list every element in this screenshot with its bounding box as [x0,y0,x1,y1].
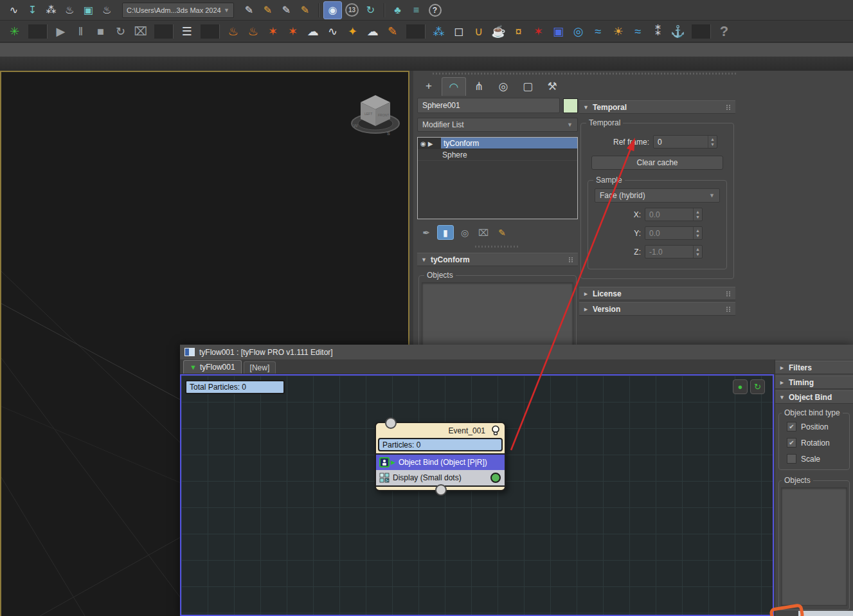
motion-tab[interactable]: ◎ [492,77,515,95]
script-run-icon[interactable]: ✎ [240,2,258,19]
make-unique-icon[interactable]: ◎ [457,226,472,239]
burst-delete-icon[interactable]: ✶ [283,23,302,40]
beer-icon[interactable]: ∪ [469,23,488,40]
live-update-toggle-button[interactable]: ● [733,379,748,394]
separator[interactable] [28,24,47,39]
tyconform-objects-list[interactable] [422,282,573,345]
smoke-icon[interactable]: ☁ [303,23,322,40]
node-output-connector[interactable] [435,484,447,496]
forest-icon[interactable]: ♣ [389,2,406,19]
separator[interactable] [692,24,710,39]
display-enabled-dot-icon[interactable] [490,473,501,483]
remove-modifier-icon[interactable]: ⌧ [476,226,491,239]
script-listener-icon[interactable]: ✎ [278,2,295,19]
ref-frame-spinner[interactable]: 0 ▲▼ [653,135,717,149]
separator[interactable] [318,3,319,17]
checkbox[interactable] [787,454,796,464]
dope-sheet-icon[interactable]: ↧ [24,2,41,19]
viewcube[interactable]: LEFT FRONT S W [350,90,404,141]
tyconform-rollout-header[interactable]: ▼ tyConform [417,253,578,266]
operator-object-bind[interactable]: ▶ Object Bind (Object [P|R]) [376,455,505,470]
show-end-result-icon[interactable]: ▮ [437,225,454,240]
tyflow-node-canvas[interactable]: Total Particles: 0 ● ↻ Event_001 Particl… [180,374,774,616]
trash-icon[interactable]: ⌧ [131,23,150,40]
checkbox[interactable] [787,438,796,448]
rendered-frame-window-icon[interactable]: ▣ [80,2,97,19]
object-color-swatch[interactable] [563,98,578,113]
project-folder-dropdown[interactable]: C:\Users\Adm...3ds Max 2024 ▼ [122,3,234,18]
liquid-drops-icon[interactable]: ⁂ [429,23,448,40]
create-tab[interactable]: + [417,77,440,95]
phoenix-help-icon[interactable]: ? [715,23,733,40]
spinner-arrows-icon[interactable]: ▲▼ [693,227,702,239]
stack-row-sphere[interactable]: Sphere [418,149,577,161]
pin-stack-icon[interactable]: ✒ [418,226,434,239]
ocean-sun-icon[interactable]: ☀ [609,23,627,40]
help-icon[interactable]: ? [426,2,444,19]
whirlpool-icon[interactable]: ◎ [569,23,588,40]
coffee-icon[interactable]: ☕ [489,23,508,40]
modifier-list-dropdown[interactable]: Modifier List ▼ [417,118,578,132]
ship-icon[interactable]: ⚓ [669,23,687,40]
clear-cache-button[interactable]: Clear cache [591,156,723,170]
object-bind-rollout-header[interactable]: ▼ Object Bind [775,390,853,404]
refresh-button[interactable]: ↻ [750,379,765,394]
z-spinner[interactable]: -1.0 ▲▼ [645,245,703,258]
x-spinner[interactable]: 0.0 ▲▼ [645,208,703,221]
honey-icon[interactable]: ¤ [509,23,528,40]
temporal-rollout-header[interactable]: ▼ Temporal [579,100,735,114]
curve-editor-icon[interactable]: ∿ [5,2,22,19]
object-name-field[interactable]: Sphere001 [417,98,560,113]
utilities-tab[interactable]: ⚒ [541,77,564,95]
visibility-eye-icon[interactable]: ◉ [420,140,426,147]
fire-delete-icon[interactable]: ♨ [244,23,262,40]
candle-icon[interactable]: ✦ [343,23,362,40]
stack-row-tyconform[interactable]: ◉ ▶ tyConform [418,138,577,149]
y-spinner[interactable]: 0.0 ▲▼ [645,226,703,240]
tab-new-flow[interactable]: [New] [244,361,276,374]
spinner-arrows-icon[interactable]: ▲▼ [708,136,717,148]
panel-drag-handle[interactable] [433,73,737,75]
fire-icon[interactable]: ♨ [224,23,242,40]
tyflow-icon[interactable]: ✳ [5,23,24,40]
schematic-view-icon[interactable]: ⁂ [42,2,60,19]
stop-icon[interactable]: ■ [91,23,110,40]
milk-icon[interactable]: ◻ [449,23,468,40]
frame-badge[interactable]: 13 [343,2,361,19]
version-rollout-header[interactable]: ► Version [579,302,735,316]
modify-tab[interactable]: ◠ [442,77,466,96]
paint-splash-icon[interactable]: ✶ [529,23,548,40]
separator[interactable] [154,24,173,39]
tab-tyflow001[interactable]: ▼ tyFlow001 [183,360,242,374]
clouds-icon[interactable]: ☁ [363,23,382,40]
hierarchy-tab[interactable]: ⋔ [467,77,490,95]
bind-objects-list[interactable] [781,487,847,606]
display-tab[interactable]: ▢ [516,77,539,95]
spinner-arrows-icon[interactable]: ▲▼ [693,246,702,258]
expand-arrow-icon[interactable]: ▶ [428,140,433,147]
lightbulb-icon[interactable] [490,425,501,436]
replay-icon[interactable]: ↻ [111,23,130,40]
separator[interactable] [384,3,384,17]
brush-icon[interactable]: ✎ [383,23,402,40]
pause-icon[interactable]: ‖ [71,23,90,40]
revert-icon[interactable]: ↻ [362,2,379,19]
burst-icon[interactable]: ✶ [264,23,282,40]
separator[interactable] [201,24,219,39]
waterfall-icon[interactable]: ≈ [589,23,607,40]
geyser-icon[interactable]: ⁑ [649,23,667,40]
configure-modifier-sets-icon[interactable]: ✎ [494,226,510,239]
script-editor-icon[interactable]: ✎ [296,2,314,19]
bucket-icon[interactable]: ▣ [549,23,568,40]
log-icon[interactable]: ☰ [177,23,196,40]
tyflow-window-titlebar[interactable]: tyFlow001 : [tyFlow PRO v1.111 Editor] [180,345,853,359]
timing-rollout-header[interactable]: ► Timing [775,376,853,389]
license-rollout-header[interactable]: ► License [579,287,735,300]
operator-display[interactable]: Display (Small dots) [376,470,505,485]
scale-checkbox[interactable]: Scale [780,451,848,467]
event-node-header[interactable]: Event_001 [376,423,505,438]
script-open-icon[interactable]: ✎ [259,2,276,19]
spinner-arrows-icon[interactable]: ▲▼ [693,208,702,221]
render-production-icon[interactable]: ♨ [98,2,116,19]
position-checkbox[interactable]: Position [780,419,848,435]
